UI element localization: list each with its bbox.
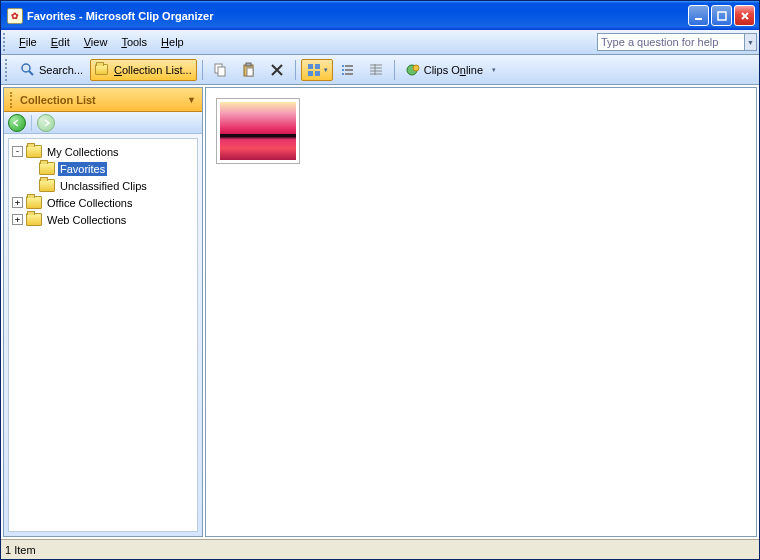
menubar-handle[interactable] [3, 33, 10, 51]
search-label: Search... [39, 64, 83, 76]
expand-icon[interactable]: + [12, 197, 23, 208]
menu-file[interactable]: File [12, 33, 44, 51]
collection-list-label: Collection List... [114, 64, 192, 76]
folder-icon [26, 145, 42, 158]
svg-rect-7 [246, 63, 251, 66]
close-button[interactable] [734, 5, 755, 26]
svg-point-25 [413, 65, 419, 71]
statusbar: 1 Item [1, 539, 759, 559]
help-search-input[interactable]: Type a question for help [597, 33, 745, 51]
collection-list-button[interactable]: Collection List... [90, 59, 197, 81]
tree-item-office[interactable]: + Office Collections [11, 194, 195, 211]
search-button[interactable]: Search... [15, 59, 88, 81]
svg-rect-15 [342, 69, 344, 71]
toolbar-handle[interactable] [5, 59, 12, 81]
nav-forward-button[interactable] [37, 114, 55, 132]
maximize-button[interactable] [711, 5, 732, 26]
status-text: 1 Item [5, 544, 36, 556]
nav-back-button[interactable] [8, 114, 26, 132]
folder-icon [26, 196, 42, 209]
paste-icon [241, 62, 257, 78]
tree-item-favorites[interactable]: Favorites [11, 160, 195, 177]
thumbnails-icon [306, 62, 322, 78]
collapse-icon[interactable]: - [12, 146, 23, 157]
menubar: File Edit View Tools Help Type a questio… [1, 30, 759, 55]
toolbar-separator [202, 60, 203, 80]
svg-rect-8 [247, 68, 253, 76]
sidebar-nav [4, 112, 202, 134]
toolbar: Search... Collection List... [1, 55, 759, 85]
toolbar-separator [295, 60, 296, 80]
app-icon: ✿ [7, 8, 23, 24]
clips-online-button[interactable]: Clips Online [400, 59, 488, 81]
collection-tree[interactable]: - My Collections Favorites Unclassified … [8, 138, 198, 532]
menu-edit[interactable]: Edit [44, 33, 77, 51]
delete-button[interactable] [264, 59, 290, 81]
svg-point-2 [22, 64, 30, 72]
menu-tools[interactable]: Tools [114, 33, 154, 51]
sidebar-menu-icon[interactable]: ▼ [187, 95, 196, 105]
dropdown-icon: ▾ [324, 66, 328, 74]
copy-button[interactable] [208, 59, 234, 81]
titlebar[interactable]: ✿ Favorites - Microsoft Clip Organizer [1, 1, 759, 30]
details-icon [368, 62, 384, 78]
folder-icon [39, 162, 55, 175]
clips-online-label: Clips Online [424, 64, 483, 76]
sunset-image [220, 102, 296, 160]
svg-rect-0 [695, 18, 702, 20]
list-icon [340, 62, 356, 78]
toolbar-separator [394, 60, 395, 80]
svg-rect-18 [345, 73, 353, 75]
svg-line-3 [29, 71, 33, 75]
app-window: ✿ Favorites - Microsoft Clip Organizer F… [0, 0, 760, 560]
view-list-button[interactable] [335, 59, 361, 81]
toolbar-overflow-icon[interactable]: ▾ [492, 66, 496, 74]
help-search-dropdown[interactable]: ▼ [744, 33, 757, 51]
sidebar-header[interactable]: Collection List ▼ [4, 88, 202, 112]
search-icon [20, 62, 36, 78]
sidebar-handle[interactable] [10, 92, 16, 108]
nav-separator [31, 115, 32, 131]
svg-rect-17 [342, 73, 344, 75]
sidebar: Collection List ▼ - My Collections [3, 87, 203, 537]
svg-rect-11 [308, 71, 313, 76]
tree-item-web[interactable]: + Web Collections [11, 211, 195, 228]
tree-item-unclassified[interactable]: Unclassified Clips [11, 177, 195, 194]
sidebar-title: Collection List [20, 94, 96, 106]
svg-rect-14 [345, 65, 353, 67]
clip-pane[interactable] [205, 87, 757, 537]
svg-rect-13 [342, 65, 344, 67]
svg-rect-1 [718, 12, 726, 20]
view-thumbnails-button[interactable]: ▾ [301, 59, 333, 81]
menu-help[interactable]: Help [154, 33, 191, 51]
delete-icon [269, 62, 285, 78]
menu-view[interactable]: View [77, 33, 115, 51]
svg-rect-5 [218, 67, 225, 76]
svg-rect-9 [308, 64, 313, 69]
clip-thumbnail[interactable] [216, 98, 300, 164]
view-details-button[interactable] [363, 59, 389, 81]
folder-icon [95, 62, 111, 78]
expand-icon[interactable]: + [12, 214, 23, 225]
window-title: Favorites - Microsoft Clip Organizer [27, 10, 688, 22]
svg-rect-12 [315, 71, 320, 76]
tree-item-my-collections[interactable]: - My Collections [11, 143, 195, 160]
folder-icon [26, 213, 42, 226]
paste-button[interactable] [236, 59, 262, 81]
folder-icon [39, 179, 55, 192]
globe-icon [405, 62, 421, 78]
minimize-button[interactable] [688, 5, 709, 26]
svg-rect-10 [315, 64, 320, 69]
copy-icon [213, 62, 229, 78]
svg-rect-16 [345, 69, 353, 71]
